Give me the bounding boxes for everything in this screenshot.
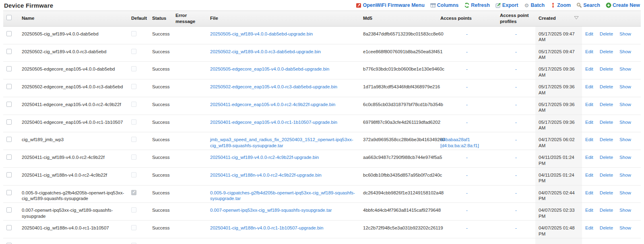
toolbar-label: Batch [530,2,545,8]
edit-link[interactable]: Edit [585,120,593,125]
file-link[interactable]: 20250505-cig_wf189-v4.0.0-dab5ebd-upgrad… [210,31,313,36]
created-value: 04/17/2025 06:02 AM [535,132,582,150]
columns-button[interactable]: Columns [430,2,458,8]
delete-link[interactable]: Delete [600,225,613,230]
column-header-default[interactable]: Default [128,11,149,27]
openwifi-firmware-menu-button[interactable]: OpenWiFi Firmware Menu [356,2,424,8]
row-select-checkbox[interactable] [6,207,12,213]
file-link[interactable]: 20250505-edgecore_eap105-v4.0.0-dab5ebd-… [210,67,329,71]
show-link[interactable]: Show [619,67,631,71]
row-select-checkbox[interactable] [6,172,12,177]
row-select-checkbox[interactable] [6,84,12,89]
delete-link[interactable]: Delete [600,173,613,177]
column-header-created[interactable]: Created [535,11,582,27]
row-select-checkbox[interactable] [6,190,12,195]
delete-link[interactable]: Delete [600,84,613,89]
file-link[interactable]: 20250502-edgecore_eap105-v4.0.0-rc3-dab5… [210,84,337,89]
show-link[interactable]: Show [619,225,631,230]
file-link[interactable]: 20250411-cig_wf189-v4.0.0-rc2-4c9b22f-up… [210,155,319,160]
delete-link[interactable]: Delete [600,137,613,142]
edit-link[interactable]: Edit [585,173,593,177]
delete-link[interactable]: Delete [600,120,613,125]
row-select-checkbox[interactable] [6,119,12,125]
access-points-value: - [466,84,468,89]
error-message [172,221,207,238]
access-points-link[interactable]: d4babaa28af1 [d4:ba:ba:a2:8a:f1] [440,137,479,148]
delete-link[interactable]: Delete [600,67,613,71]
delete-link[interactable]: Delete [600,31,613,36]
row-select-checkbox[interactable] [6,154,12,160]
delete-link[interactable]: Delete [600,155,613,160]
create-new-button[interactable]: Create New [606,2,640,8]
table-row: 20250401-cig_wf188n-v4.0.0-rc1-1b10507Su… [3,221,641,238]
show-link[interactable]: Show [619,137,631,142]
file-link[interactable]: 20250411-cig_wf188n-v4.0.0-rc2-4c9b22f-u… [210,173,322,177]
edit-link[interactable]: Edit [585,49,593,54]
show-link[interactable]: Show [619,173,631,177]
delete-link[interactable]: Delete [600,208,613,213]
md5-value: 69798f87c90a3cfe4d261119dfad6202 [360,115,437,132]
show-link[interactable]: Show [619,208,631,213]
default-checkbox [131,207,136,213]
default-checkbox [131,119,136,125]
show-link[interactable]: Show [619,190,631,195]
edit-link[interactable]: Edit [585,31,593,36]
file-link[interactable]: 20250401-edgecore_eap105-v4.0.0-rc1-1b10… [210,120,337,125]
row-select-checkbox[interactable] [6,102,12,107]
access-points-value: - [466,155,468,160]
file-link[interactable]: 0.007-openwrt-ipq53xx-cig_wf189-squashfs… [210,208,332,213]
show-link[interactable]: Show [619,120,631,125]
row-select-checkbox[interactable] [6,49,12,54]
search-button[interactable]: Search [576,2,600,8]
show-link[interactable]: Show [619,102,631,107]
column-header-access-points[interactable]: Access points [437,11,497,27]
delete-link[interactable]: Delete [600,49,613,54]
file-link[interactable]: 0.005-9-cigpatches-g2fb4d205b-openwrt-ip… [210,190,355,201]
delete-link[interactable]: Delete [600,190,613,195]
sort-descending-icon[interactable] [574,15,579,21]
edit-link[interactable]: Edit [585,208,593,213]
batch-button[interactable]: ⚙ Batch [524,2,545,8]
show-link[interactable]: Show [619,84,631,89]
access-point-profiles-value: - [515,120,517,125]
edit-link[interactable]: Edit [585,67,593,71]
table-row: 20250411-cig_wf188n-v4.0.0-rc2-4c9b22fSu… [3,167,641,185]
edit-link[interactable]: Edit [585,84,593,89]
toolbar: OpenWiFi Firmware Menu Columns Refresh E… [356,2,640,8]
row-select-checkbox[interactable] [6,31,12,36]
edit-link[interactable]: Edit [585,190,593,195]
default-checkbox [131,154,136,160]
column-header-status[interactable]: Status [149,11,172,27]
toolbar-label: Columns [437,2,458,8]
firmware-name: 20250505-cig_wf189-v4.0.0-dab5ebd [19,26,128,44]
column-header-md5[interactable]: Md5 [360,11,437,27]
delete-link[interactable]: Delete [600,102,613,107]
edit-link[interactable]: Edit [585,137,593,142]
file-link[interactable]: jmb_wpa3_speed_and_radius_fix_20250403_1… [210,137,353,148]
edit-link[interactable]: Edit [585,102,593,107]
column-header-file[interactable]: File [207,11,360,27]
column-header-error-message[interactable]: Error message [172,11,207,27]
column-header-access-point-profiles[interactable]: Access point profiles [497,11,535,27]
row-select-checkbox[interactable] [6,137,12,142]
show-link[interactable]: Show [619,49,631,54]
file-link[interactable]: 20250411-edgecore_eap105-v4.0.0-rc2-4c9b… [210,102,335,107]
show-link[interactable]: Show [619,31,631,36]
row-select-checkbox[interactable] [6,225,12,230]
md5-value: aa663c9487c7290f988cb744e974f5a5 [360,150,437,168]
refresh-button[interactable]: Refresh [464,2,490,8]
zoom-button[interactable]: Zoom [550,2,571,8]
show-link[interactable]: Show [619,155,631,160]
edit-link[interactable]: Edit [585,155,593,160]
file-link[interactable]: 20250401-cig_wf188n-v4.0.0-rc1-1b10507-u… [210,225,323,230]
file-link[interactable]: 20250502-cig_wf189-v4.0.0-rc3-dab5ebd-up… [210,49,321,54]
select-all-checkbox[interactable] [6,15,12,20]
edit-link[interactable]: Edit [585,225,593,230]
md5-value: 4bbfc4d4cb4f7963a81415caf9279648 [360,203,437,221]
firmware-name: 20250505-edgecore_eap105-v4.0.0-dab5ebd [19,62,128,79]
export-button[interactable]: Export [495,2,518,8]
row-select-checkbox[interactable] [6,66,12,71]
created-value: 05/17/2025 09:47 AM [535,26,582,44]
column-header-name[interactable]: Name [19,11,128,27]
error-message [172,185,207,203]
